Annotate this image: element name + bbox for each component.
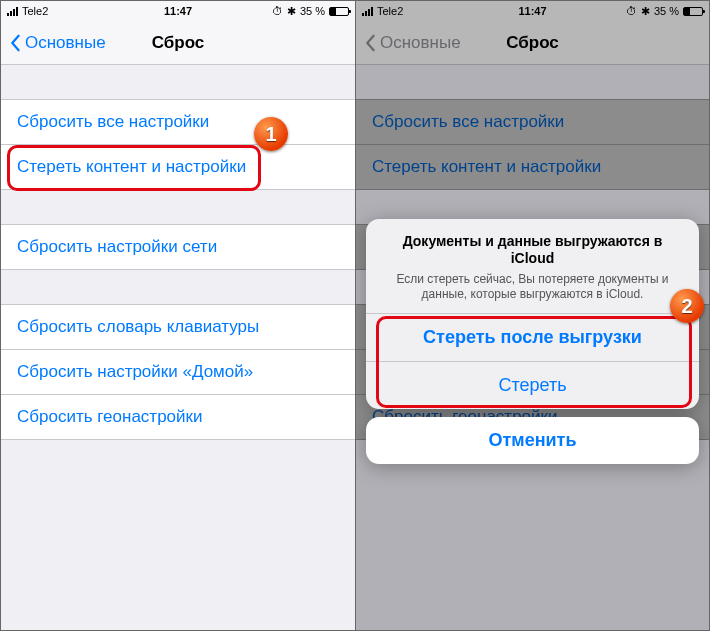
row-reset-network[interactable]: Сбросить настройки сети xyxy=(1,224,355,270)
status-time: 11:47 xyxy=(1,5,355,17)
battery-icon xyxy=(329,7,349,16)
nav-title: Сброс xyxy=(356,33,709,53)
row-reset-keyboard[interactable]: Сбросить словарь клавиатуры xyxy=(1,304,355,350)
nav-title: Сброс xyxy=(1,33,355,53)
step-marker-2: 2 xyxy=(670,289,704,323)
alert-message: Если стереть сейчас, Вы потеряете докуме… xyxy=(384,272,681,303)
row-erase-content[interactable]: Стереть контент и настройки xyxy=(1,145,355,190)
status-bar: Tele2 11:47 ⏱ ✱ 35 % xyxy=(1,1,355,21)
dual-screenshot: Tele2 11:47 ⏱ ✱ 35 % Основные Сброс Сбро… xyxy=(1,1,709,630)
nav-bar: Основные Сброс xyxy=(356,21,709,65)
row-reset-network: Сбросить настройки сети xyxy=(356,224,709,270)
phone-left: Tele2 11:47 ⏱ ✱ 35 % Основные Сброс Сбро… xyxy=(1,1,355,630)
row-reset-home: Сбросить настройки «Домой» xyxy=(356,350,709,395)
battery-icon xyxy=(683,7,703,16)
row-reset-location[interactable]: Сбросить геонастройки xyxy=(1,395,355,440)
row-reset-location: Сбросить геонастройки xyxy=(356,395,709,440)
row-reset-all: Сбросить все настройки xyxy=(356,99,709,145)
step-marker-1: 1 xyxy=(254,117,288,151)
row-reset-home[interactable]: Сбросить настройки «Домой» xyxy=(1,350,355,395)
status-time: 11:47 xyxy=(356,5,709,17)
row-reset-all[interactable]: Сбросить все настройки xyxy=(1,99,355,145)
status-bar: Tele2 11:47 ⏱ ✱ 35 % xyxy=(356,1,709,21)
row-reset-keyboard: Сбросить словарь клавиатуры xyxy=(356,304,709,350)
phone-right: Tele2 11:47 ⏱ ✱ 35 % Основные Сброс Сбро… xyxy=(355,1,709,630)
nav-bar: Основные Сброс xyxy=(1,21,355,65)
row-erase-content: Стереть контент и настройки xyxy=(356,145,709,190)
